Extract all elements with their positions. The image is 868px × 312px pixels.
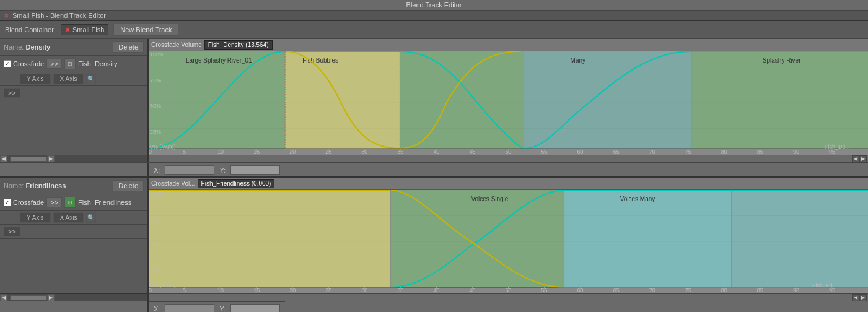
chart-scroll-density[interactable]: ◀ ▶ [149,155,868,162]
svg-text:10: 10 [217,149,224,155]
blend-container-value: Small Fish [72,26,104,33]
crossfade-row-friendliness: ✓ Crossfade >> ⊡ Fish_Friendliness [0,194,147,211]
coord-section-friendliness: X: Y: [0,301,868,312]
y-axis-button-friendliness[interactable]: Y Axis [20,212,51,223]
left-scrollbar-density[interactable]: ◀ ▶ [0,155,147,162]
coord-y-label-friendliness: Y: [219,305,226,312]
svg-text:40: 40 [433,149,439,155]
tooltip-density: Fish_Density (13.564) [204,40,273,50]
svg-text:50: 50 [505,149,511,155]
svg-text:15: 15 [253,149,260,155]
delete-button-friendliness[interactable]: Delete [113,180,144,191]
crossfade-checkbox-group: ✓ Crossfade [4,60,44,67]
svg-text:5: 5 [183,287,186,293]
coord-bar-density: X: Y: [149,163,285,176]
svg-text:25%: 25% [150,129,161,135]
svg-text:60: 60 [577,149,584,155]
crossfade-label-density: Crossfade [13,60,44,67]
icon-box-density[interactable]: ⊡ [64,58,76,69]
coord-x-input-density[interactable] [165,165,214,175]
scroll-right-density[interactable]: ▶ [47,155,55,163]
chart-nav-left-density[interactable]: ◀ [852,155,859,163]
expand-row-friendliness: >> [0,225,147,239]
svg-text:50%: 50% [150,103,161,109]
blend-container-box: ✕ Small Fish [61,24,108,35]
track-section-density: Name: Density Delete ✓ Crossfade >> ⊡ Fi… [0,39,868,178]
svg-text:75: 75 [685,287,691,293]
svg-text:60: 60 [577,287,584,293]
name-label-density: Name: [4,43,24,51]
coord-x-label-friendliness: X: [154,305,160,312]
left-panel-fill-density [0,100,147,155]
scroll-left-friendliness[interactable]: ◀ [0,294,7,301]
name-label-friendliness: Name: [4,182,24,189]
scrollbar-thumb-friendliness[interactable] [10,295,47,300]
expand-button-friendliness[interactable]: >> [4,227,20,236]
window-bar: ✕ Small Fish - Blend Track Editor [0,11,868,21]
svg-rect-72 [149,190,390,287]
crossfade-row-density: ✓ Crossfade >> ⊡ Fish_Density [0,56,147,72]
svg-text:Fish_Fri...: Fish_Fri... [812,282,837,288]
scroll-right-friendliness[interactable]: ▶ [47,294,55,301]
blend-container-icon: ✕ [65,27,70,33]
svg-text:25%: 25% [150,267,161,274]
chart-svg-friendliness: Voices Single Voices Many 0 5 [149,190,868,293]
x-axis-button-friendliness[interactable]: X Axis [53,212,84,223]
blend-container-label: Blend Container: [5,26,56,33]
svg-text:45: 45 [469,149,475,155]
coord-y-input-density[interactable] [230,165,280,175]
arrows-button-density[interactable]: >> [46,59,62,69]
chart-scroll-friendliness[interactable]: ◀ ▶ [149,293,868,301]
svg-text:30: 30 [361,287,367,293]
delete-button-density[interactable]: Delete [113,41,144,53]
chart-header-friendliness: Crossfade Vol... Fish_Friendliness (0.00… [149,178,868,190]
chart-header-label-friendliness: Crossfade Vol... [151,180,195,187]
coord-bar-friendliness: X: Y: [149,301,285,312]
left-scrollbar-friendliness[interactable]: ◀ ▶ [0,293,147,301]
x-axis-button-density[interactable]: X Axis [53,74,84,84]
track-row-friendliness: Name: Friendliness Delete ✓ Crossfade >>… [0,178,868,301]
svg-text:65: 65 [613,287,620,293]
chart-area-friendliness[interactable]: Voices Single Voices Many 0 5 [149,190,868,293]
expand-button-density[interactable]: >> [4,88,20,98]
chart-nav-left-friendliness[interactable]: ◀ [852,294,859,301]
chart-nav-right-density[interactable]: ▶ [859,155,867,163]
svg-text:40: 40 [433,287,439,293]
svg-text:45: 45 [469,287,475,293]
svg-text:0% (Mute): 0% (Mute) [150,282,175,288]
new-blend-track-button[interactable]: New Blend Track [113,24,178,36]
svg-text:0% (Mute): 0% (Mute) [150,144,175,150]
arrows-button-friendliness[interactable]: >> [46,197,62,207]
left-panel-header-friendliness: Name: Friendliness Delete [0,178,147,194]
axes-row-density: Y Axis X Axis 🔍 [0,72,147,86]
crossfade-checkbox-friendliness[interactable]: ✓ [4,199,11,206]
svg-rect-10 [691,51,868,149]
track-section-friendliness: Name: Friendliness Delete ✓ Crossfade >>… [0,178,868,312]
os-title-bar: Blend Track Editor [0,0,868,11]
crossfade-checkbox-density[interactable]: ✓ [4,60,11,67]
svg-text:Large Splashy River_01: Large Splashy River_01 [186,57,252,64]
y-axis-button-density[interactable]: Y Axis [20,74,51,84]
tooltip-friendliness: Fish_Friendliness (0.000) [198,179,275,188]
zoom-icon-friendliness[interactable]: 🔍 [86,213,96,223]
coord-x-input-friendliness[interactable] [165,304,214,312]
icon-box-friendliness[interactable]: ⊡ [64,197,76,208]
left-panel-density: Name: Density Delete ✓ Crossfade >> ⊡ Fi… [0,39,149,162]
param-name-density: Fish_Density [78,60,118,67]
svg-text:Many: Many [571,57,585,64]
zoom-icon-density[interactable]: 🔍 [86,74,96,84]
svg-text:5: 5 [183,149,186,155]
scroll-left-density[interactable]: ◀ [0,155,7,163]
svg-text:Voices Single: Voices Single [471,196,508,202]
svg-text:90: 90 [793,287,799,293]
svg-text:15: 15 [253,287,260,293]
svg-text:55: 55 [541,287,548,293]
svg-text:75%: 75% [150,77,161,84]
svg-text:20: 20 [289,287,296,293]
scrollbar-thumb-density[interactable] [10,157,47,162]
chart-area-density[interactable]: Large Splashy River_01 Fish Bubbles Many… [149,51,868,155]
svg-text:70: 70 [649,149,655,155]
coord-y-input-friendliness[interactable] [230,304,280,312]
close-icon[interactable]: ✕ [4,12,9,19]
chart-nav-right-friendliness[interactable]: ▶ [859,294,867,301]
